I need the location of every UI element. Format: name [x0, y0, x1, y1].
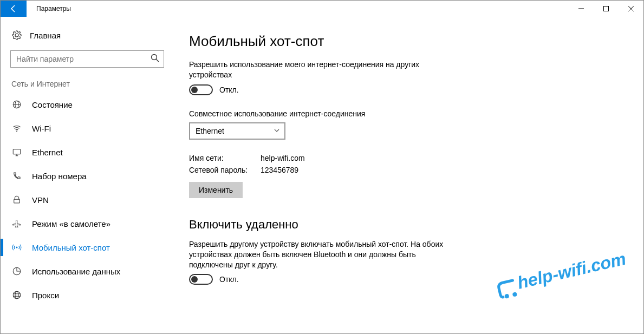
vpn-icon — [11, 194, 22, 205]
sidebar-item-data-usage[interactable]: Использование данных — [1, 259, 174, 283]
sidebar-item-ethernet[interactable]: Ethernet — [1, 140, 174, 164]
svg-rect-13 — [14, 199, 20, 203]
sidebar-item-label: Набор номера — [32, 172, 87, 181]
sidebar-home-label: Главная — [30, 31, 61, 40]
sidebar-item-dialup[interactable]: Набор номера — [1, 164, 174, 188]
sidebar-item-label: Wi-Fi — [32, 124, 51, 133]
svg-point-9 — [16, 130, 17, 132]
phone-icon — [11, 171, 22, 181]
share-description: Разрешить использование моего интернет-с… — [189, 60, 449, 80]
sidebar-group-title: Сеть и Интернет — [1, 68, 174, 93]
share-toggle-label: Откл. — [219, 86, 239, 94]
ethernet-icon — [11, 147, 22, 158]
svg-point-16 — [13, 291, 21, 299]
net-name-value: help-wifi.com — [261, 154, 305, 162]
proxy-icon — [11, 290, 22, 300]
svg-point-4 — [152, 55, 157, 60]
net-name-label: Имя сети: — [189, 154, 261, 162]
remote-toggle[interactable] — [189, 274, 213, 285]
sidebar-item-vpn[interactable]: VPN — [1, 188, 174, 212]
svg-rect-1 — [604, 6, 609, 11]
sidebar-item-label: Режим «в самолете» — [32, 219, 110, 228]
back-button[interactable] — [1, 1, 27, 17]
connection-combo[interactable]: Ethernet — [189, 122, 285, 140]
titlebar: Параметры — [1, 1, 643, 17]
data-usage-icon — [11, 266, 22, 277]
net-pass-value: 123456789 — [261, 166, 298, 174]
sidebar-item-label: Прокси — [32, 291, 59, 300]
chevron-down-icon — [274, 127, 280, 135]
window-title: Параметры — [27, 1, 71, 17]
sidebar-item-airplane[interactable]: Режим «в самолете» — [1, 212, 174, 235]
airplane-icon — [11, 218, 22, 229]
remote-heading: Включить удаленно — [189, 218, 643, 232]
share-toggle[interactable] — [189, 84, 213, 95]
svg-point-20 — [504, 293, 510, 299]
minimize-button[interactable] — [569, 1, 594, 17]
sidebar-item-hotspot[interactable]: Мобильный хот-спот — [1, 235, 174, 259]
svg-point-14 — [16, 247, 18, 248]
connection-label: Совместное использование интернет-соедин… — [189, 109, 643, 118]
sidebar-item-label: Состояние — [32, 100, 73, 109]
hotspot-icon — [11, 242, 22, 253]
wifi-icon — [11, 123, 22, 134]
svg-point-21 — [512, 292, 518, 297]
net-pass-label: Сетевой пароль: — [189, 166, 261, 174]
svg-line-5 — [156, 59, 159, 62]
connection-value: Ethernet — [196, 127, 224, 135]
svg-point-17 — [15, 291, 18, 299]
search-input-wrap[interactable] — [10, 50, 164, 68]
sidebar-item-proxy[interactable]: Прокси — [1, 283, 174, 307]
sidebar-item-wifi[interactable]: Wi-Fi — [1, 116, 174, 140]
svg-rect-10 — [13, 149, 21, 154]
svg-text:help-wifi.com: help-wifi.com — [516, 248, 628, 292]
remote-description: Разрешить другому устройству включать мо… — [189, 239, 449, 270]
search-input[interactable] — [16, 55, 151, 63]
sidebar-item-label: Мобильный хот-спот — [32, 243, 110, 252]
sidebar-item-label: Ethernet — [32, 148, 63, 157]
sidebar-item-label: VPN — [32, 195, 49, 205]
gear-icon — [11, 30, 22, 41]
sidebar-home[interactable]: Главная — [1, 24, 174, 46]
sidebar-item-status[interactable]: Состояние — [1, 93, 174, 116]
main-panel: Мобильный хот-спот Разрешить использован… — [174, 17, 643, 333]
page-title: Мобильный хот-спот — [189, 33, 643, 50]
sidebar-item-label: Использование данных — [32, 267, 120, 276]
edit-button[interactable]: Изменить — [189, 182, 243, 198]
search-icon — [151, 54, 159, 64]
globe-icon — [11, 99, 22, 110]
remote-toggle-label: Откл. — [219, 275, 239, 284]
maximize-button[interactable] — [594, 1, 619, 17]
close-button[interactable] — [619, 1, 643, 17]
sidebar: Главная Сеть и Интернет Состояние Wi-Fi — [1, 17, 174, 333]
